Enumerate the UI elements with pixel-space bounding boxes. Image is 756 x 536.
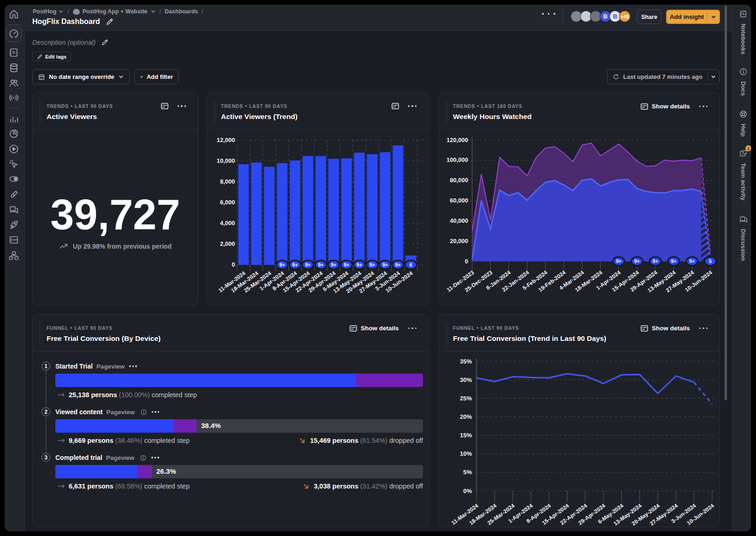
svg-text:60,000: 60,000 <box>450 197 468 204</box>
svg-text:5%: 5% <box>463 469 472 476</box>
svg-text:120,000: 120,000 <box>446 137 468 143</box>
svg-text:9+: 9+ <box>653 258 658 264</box>
svg-text:9+: 9+ <box>395 262 401 268</box>
svg-text:12,000: 12,000 <box>217 137 235 143</box>
svg-text:30%: 30% <box>460 376 472 383</box>
svg-text:9+: 9+ <box>318 262 323 268</box>
svg-text:6,000: 6,000 <box>220 199 235 206</box>
svg-text:5: 5 <box>709 258 712 264</box>
svg-text:9+: 9+ <box>305 262 311 268</box>
svg-text:20,000: 20,000 <box>450 238 468 244</box>
svg-text:9+: 9+ <box>382 262 388 268</box>
svg-text:10,000: 10,000 <box>217 157 235 164</box>
svg-text:25%: 25% <box>460 395 472 402</box>
svg-text:9+: 9+ <box>292 262 298 268</box>
svg-text:0: 0 <box>232 261 235 268</box>
svg-text:9+: 9+ <box>671 258 677 264</box>
svg-text:2,000: 2,000 <box>220 240 235 247</box>
svg-text:9+: 9+ <box>369 262 375 268</box>
svg-text:9+: 9+ <box>280 262 285 268</box>
svg-text:9+: 9+ <box>344 262 349 268</box>
svg-text:4,000: 4,000 <box>220 220 235 226</box>
svg-text:9+: 9+ <box>357 262 362 268</box>
svg-text:6: 6 <box>410 262 412 268</box>
svg-text:9+: 9+ <box>331 262 336 268</box>
svg-text:35%: 35% <box>460 358 472 365</box>
svg-text:9+: 9+ <box>689 258 695 264</box>
svg-text:10%: 10% <box>460 450 472 457</box>
svg-text:9+: 9+ <box>634 258 640 264</box>
svg-text:0%: 0% <box>463 488 472 494</box>
svg-text:15%: 15% <box>460 432 472 439</box>
svg-text:100,000: 100,000 <box>446 156 468 163</box>
svg-text:20%: 20% <box>460 413 472 420</box>
svg-text:0: 0 <box>465 258 468 265</box>
svg-text:9+: 9+ <box>616 258 621 264</box>
svg-text:40,000: 40,000 <box>450 217 468 224</box>
svg-text:80,000: 80,000 <box>450 177 468 184</box>
svg-text:8,000: 8,000 <box>220 178 235 185</box>
